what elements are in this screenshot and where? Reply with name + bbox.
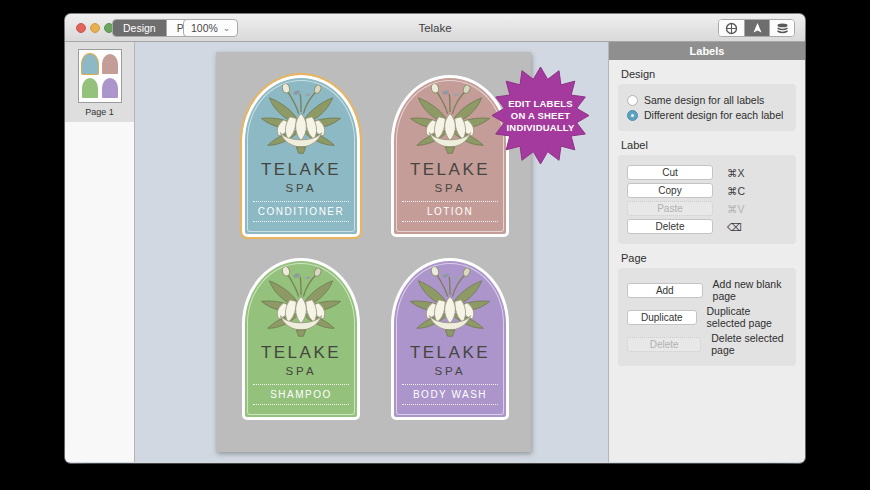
media-browser-button[interactable] <box>719 20 744 37</box>
copy-row: Copy ⌘C <box>627 183 787 198</box>
lotus-flower-illustration <box>252 82 350 158</box>
title-bar: Design Preview 100% ⌄ Telake <box>65 14 805 42</box>
chevron-down-icon: ⌄ <box>223 24 231 33</box>
brand-sub-text: SPA <box>245 182 357 194</box>
layers-icon <box>776 22 789 35</box>
tab-design[interactable]: Design <box>113 20 166 36</box>
copy-shortcut: ⌘C <box>727 185 745 197</box>
paste-shortcut: ⌘V <box>727 203 745 215</box>
radio-selected-icon[interactable] <box>627 110 638 121</box>
delete-label-row: Delete ⌫ <box>627 219 787 234</box>
edit-labels-badge: EDIT LABELS ON A SHEET INDIVIDUALLY <box>492 67 589 164</box>
delete-page-button: Delete <box>627 337 701 352</box>
page-section-heading: Page <box>621 252 805 264</box>
thumb-label-conditioner <box>81 53 99 75</box>
page-actions-group: Add Add new blank page Duplicate Duplica… <box>618 268 796 366</box>
layers-button[interactable] <box>769 20 794 37</box>
brand-text: TELAKE <box>394 343 506 363</box>
delete-label-button[interactable]: Delete <box>627 219 713 234</box>
brand-text: TELAKE <box>394 160 506 180</box>
brand-sub-text: SPA <box>245 365 357 377</box>
media-browser-icon <box>725 22 738 35</box>
design-options-group: Same design for all labels Different des… <box>618 84 796 131</box>
screenshot-stage: Design Preview 100% ⌄ Telake <box>0 0 870 490</box>
page-thumbnail <box>78 49 122 103</box>
duplicate-page-description: Duplicate selected page <box>707 305 787 329</box>
thumb-label-lotion <box>101 53 119 75</box>
cut-row: Cut ⌘X <box>627 165 787 180</box>
add-page-description: Add new blank page <box>713 278 787 302</box>
lotus-flower-illustration <box>252 265 350 341</box>
thumb-label-shampoo <box>81 77 99 99</box>
panel-title: Labels <box>609 42 805 60</box>
label-sheet[interactable]: TELAKE SPA CONDITIONER TELAKE SPA LOTION… <box>216 52 531 452</box>
lotus-flower-illustration <box>401 265 499 341</box>
brand-text: TELAKE <box>245 160 357 180</box>
design-section-heading: Design <box>621 68 805 80</box>
delete-page-row: Delete Delete selected page <box>627 332 787 356</box>
delete-page-description: Delete selected page <box>711 332 787 356</box>
copy-button[interactable]: Copy <box>627 183 713 198</box>
label-section-heading: Label <box>621 139 805 151</box>
page-thumbnail-row[interactable]: Page 1 <box>65 42 134 122</box>
labels-inspector-panel: Labels Design Same design for all labels… <box>608 42 805 462</box>
duplicate-page-row: Duplicate Duplicate selected page <box>627 305 787 329</box>
design-canvas[interactable]: TELAKE SPA CONDITIONER TELAKE SPA LOTION… <box>135 42 608 462</box>
label-conditioner[interactable]: TELAKE SPA CONDITIONER <box>242 75 360 237</box>
paste-row: Paste ⌘V <box>627 201 787 216</box>
label-shampoo[interactable]: TELAKE SPA SHAMPOO <box>242 258 360 420</box>
brand-text: TELAKE <box>245 343 357 363</box>
zoom-value: 100% <box>191 20 218 37</box>
paint-brush-icon <box>751 22 764 35</box>
brand-sub-text: SPA <box>394 365 506 377</box>
app-window: Design Preview 100% ⌄ Telake <box>65 14 805 463</box>
product-name: BODY WASH <box>402 384 498 405</box>
radio-icon[interactable] <box>627 95 638 106</box>
duplicate-page-button[interactable]: Duplicate <box>627 310 697 325</box>
toolbar-right <box>718 19 795 37</box>
cut-button[interactable]: Cut <box>627 165 713 180</box>
design-tools-button[interactable] <box>744 20 769 37</box>
pages-sidebar: Page 1 <box>65 42 135 462</box>
product-name: LOTION <box>402 201 498 222</box>
paste-button: Paste <box>627 201 713 216</box>
delete-shortcut: ⌫ <box>727 221 742 233</box>
product-name: SHAMPOO <box>253 384 349 405</box>
cut-shortcut: ⌘X <box>727 167 745 179</box>
minimize-button[interactable] <box>90 23 100 33</box>
add-page-button[interactable]: Add <box>627 283 703 298</box>
radio-different-design[interactable]: Different design for each label <box>627 109 787 121</box>
label-actions-group: Cut ⌘X Copy ⌘C Paste ⌘V Delete ⌫ <box>618 155 796 244</box>
lotus-flower-illustration <box>401 82 499 158</box>
brand-sub-text: SPA <box>394 182 506 194</box>
add-page-row: Add Add new blank page <box>627 278 787 302</box>
page-caption: Page 1 <box>65 107 134 117</box>
badge-text: EDIT LABELS ON A SHEET INDIVIDUALLY <box>492 67 589 164</box>
close-button[interactable] <box>76 23 86 33</box>
radio-same-design[interactable]: Same design for all labels <box>627 94 787 106</box>
zoom-dropdown[interactable]: 100% ⌄ <box>183 19 238 37</box>
label-bodywash[interactable]: TELAKE SPA BODY WASH <box>391 258 509 420</box>
product-name: CONDITIONER <box>253 201 349 222</box>
thumb-label-bodywash <box>101 77 119 99</box>
